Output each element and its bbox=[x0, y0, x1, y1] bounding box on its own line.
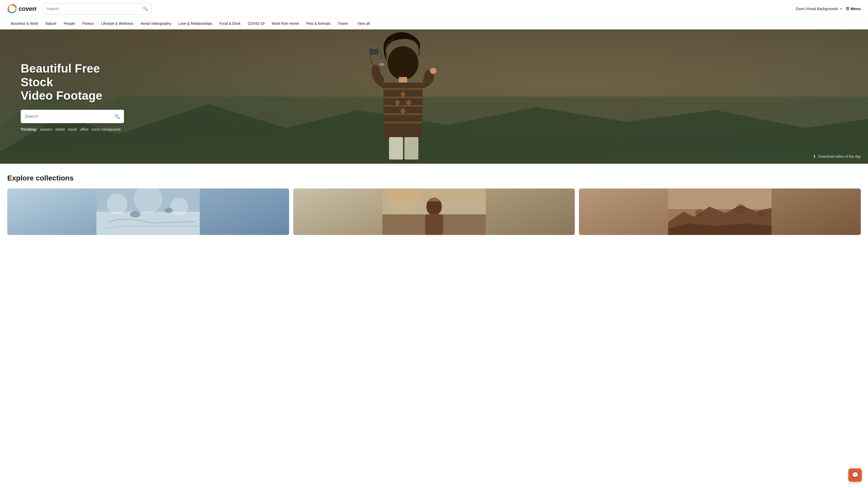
nav-item-food-drink[interactable]: Food & Drink bbox=[216, 22, 244, 26]
nav-item-work-from-home[interactable]: Work from Home bbox=[268, 22, 303, 26]
collections-title: Explore collections bbox=[7, 174, 861, 182]
nav-item-aerial-videography[interactable]: Aerial Videography bbox=[137, 22, 175, 26]
hero-content: Beautiful Free Stock Video Footage 🔍 Tre… bbox=[0, 62, 145, 132]
header-search-icon[interactable]: 🔍 bbox=[143, 6, 148, 11]
nav-item-covid19[interactable]: COVID-19 bbox=[244, 22, 268, 26]
header: coverr 🔍 Zoom Virtual Backgrounds ▾ ☰ Me… bbox=[0, 0, 868, 18]
menu-label: Menu bbox=[851, 6, 861, 11]
svg-point-14 bbox=[430, 68, 437, 74]
svg-point-27 bbox=[170, 197, 188, 216]
svg-point-38 bbox=[695, 209, 703, 217]
collection-portraits-svg bbox=[293, 189, 575, 235]
header-search-input[interactable] bbox=[46, 6, 143, 11]
collection-snow-svg bbox=[7, 189, 289, 235]
svg-rect-37 bbox=[668, 189, 772, 209]
nav-item-travel[interactable]: Travel bbox=[334, 22, 351, 26]
svg-point-39 bbox=[736, 204, 746, 214]
trending-winter[interactable]: winter bbox=[55, 127, 65, 131]
collection-card-portraits-art bbox=[293, 189, 575, 235]
nav-item-lifestyle-wellness[interactable]: Lifestyle & Wellness bbox=[97, 22, 137, 26]
svg-point-25 bbox=[107, 194, 127, 214]
logo-text: coverr bbox=[19, 5, 37, 12]
collections-section: Explore collections bbox=[0, 164, 868, 240]
hero-search-box: 🔍 bbox=[21, 110, 124, 123]
svg-point-19 bbox=[375, 51, 377, 53]
hero-download-label: Download video of the day bbox=[818, 154, 861, 159]
svg-rect-8 bbox=[383, 122, 423, 124]
collection-card-snow-art bbox=[7, 189, 289, 235]
svg-rect-24 bbox=[96, 212, 200, 235]
nav-item-view-all[interactable]: View all bbox=[354, 22, 373, 26]
hero-section: Beautiful Free Stock Video Footage 🔍 Tre… bbox=[0, 29, 868, 164]
nav-item-pets-animals[interactable]: Pets & Animals bbox=[303, 22, 334, 26]
header-search-box: 🔍 bbox=[43, 3, 151, 14]
trending-office[interactable]: office bbox=[80, 127, 89, 131]
nav-item-nature[interactable]: Nature bbox=[42, 22, 60, 26]
collection-card-portraits[interactable] bbox=[293, 189, 575, 235]
logo-icon bbox=[7, 4, 17, 14]
svg-point-40 bbox=[758, 211, 765, 218]
collection-card-snow[interactable] bbox=[7, 189, 289, 235]
nav-item-love-relationships[interactable]: Love & Relationships bbox=[175, 22, 216, 26]
svg-point-29 bbox=[164, 208, 173, 213]
trending-autumn[interactable]: autumn bbox=[40, 127, 53, 131]
download-icon: ⬇ bbox=[813, 154, 816, 159]
menu-button[interactable]: ☰ Menu bbox=[846, 6, 861, 11]
svg-point-28 bbox=[130, 211, 140, 218]
svg-rect-22 bbox=[404, 137, 418, 160]
svg-rect-33 bbox=[425, 214, 443, 235]
svg-rect-6 bbox=[383, 105, 423, 107]
category-nav: Business & Work Nature People Fitness Li… bbox=[0, 18, 868, 29]
svg-rect-21 bbox=[389, 137, 403, 160]
svg-point-18 bbox=[370, 51, 373, 53]
hero-download-button[interactable]: ⬇ Download video of the day bbox=[813, 154, 861, 159]
trending-zoom-background[interactable]: zoom background bbox=[92, 127, 120, 131]
collection-desert-svg bbox=[579, 189, 861, 235]
hero-title-line1: Beautiful Free Stock bbox=[21, 62, 100, 89]
svg-rect-4 bbox=[383, 88, 423, 90]
trending-travel[interactable]: travel bbox=[68, 127, 77, 131]
svg-rect-20 bbox=[379, 63, 384, 66]
zoom-virtual-backgrounds-link[interactable]: Zoom Virtual Backgrounds bbox=[796, 7, 838, 11]
hero-search-input[interactable] bbox=[25, 114, 114, 119]
chevron-down-icon: ▾ bbox=[840, 7, 842, 10]
hero-trending: Trending: autumn winter travel office zo… bbox=[21, 127, 124, 131]
logo[interactable]: coverr bbox=[7, 4, 37, 14]
nav-item-fitness[interactable]: Fitness bbox=[79, 22, 97, 26]
collection-card-desert[interactable] bbox=[579, 189, 861, 235]
hero-title: Beautiful Free Stock Video Footage bbox=[21, 62, 124, 103]
collections-grid bbox=[7, 189, 861, 235]
collection-card-desert-art bbox=[579, 189, 861, 235]
trending-label: Trending: bbox=[21, 127, 37, 131]
menu-icon: ☰ bbox=[846, 6, 849, 11]
hero-title-line2: Video Footage bbox=[21, 89, 102, 102]
hero-search-icon[interactable]: 🔍 bbox=[114, 113, 120, 119]
nav-item-people[interactable]: People bbox=[60, 22, 79, 26]
nav-item-business-work[interactable]: Business & Work bbox=[7, 22, 42, 26]
header-right: Zoom Virtual Backgrounds ▾ ☰ Menu bbox=[796, 6, 861, 11]
svg-point-1 bbox=[388, 46, 418, 80]
